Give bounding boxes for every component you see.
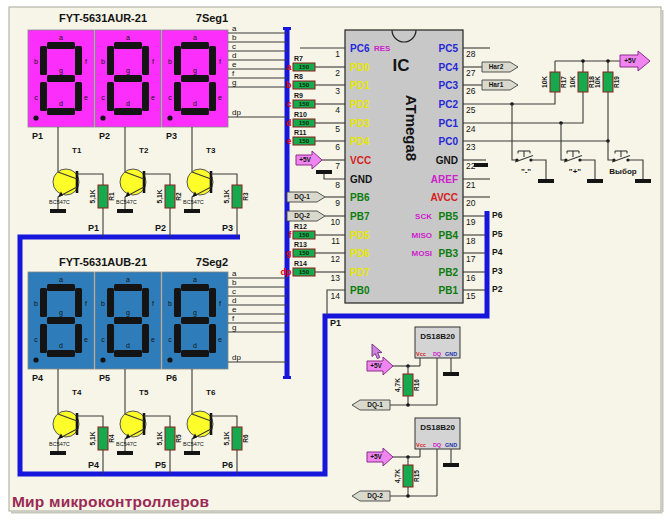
resistor-value: 5,1K <box>89 189 97 203</box>
pin-number: 16 <box>466 273 476 283</box>
sensor-pin-label: Vcc <box>416 351 426 357</box>
ic-pin-label: PC0 <box>439 136 459 147</box>
digit-segment <box>75 324 82 353</box>
bus-net-label: P2 <box>155 223 166 233</box>
digit-segment-label: c <box>101 336 105 343</box>
segment-letter: c <box>286 99 291 109</box>
net-tag-label: DQ-1 <box>294 193 310 201</box>
digit-segment <box>107 46 114 75</box>
net-tag-label: DQ-1 <box>367 401 383 409</box>
segment-line-label: e <box>232 60 237 69</box>
transistor-body <box>120 411 146 437</box>
ic-ref: IC <box>393 56 410 75</box>
resistor-ref: R8 <box>294 73 303 80</box>
digit-segment-label: f <box>85 300 87 307</box>
bus-net-label: P4 <box>88 460 99 470</box>
resistor-ref: R9 <box>294 92 303 99</box>
digit-segment-label: e <box>84 336 88 343</box>
digit-segment-label: d <box>193 342 197 349</box>
net-tag-label: DQ-2 <box>367 492 383 500</box>
bus-net-label: P5 <box>155 460 166 470</box>
ic-spi-label: MISO <box>412 231 432 240</box>
resistor <box>550 72 560 92</box>
segment-letter: e <box>286 136 291 146</box>
pin-number: 7 <box>335 161 340 171</box>
ic-pin-label: PC3 <box>439 80 459 91</box>
transistor-type: BC547C <box>116 441 137 447</box>
digit-common-pin-label: P3 <box>166 131 177 141</box>
sensor-part-number: DS18B20 <box>420 423 455 432</box>
resistor-value: 150 <box>299 81 310 88</box>
ground-symbol <box>117 451 133 455</box>
pin-number: 17 <box>466 254 476 264</box>
ground-symbol <box>184 209 200 213</box>
pin-number: 5 <box>335 124 340 134</box>
digit-segment-label: c <box>34 94 38 101</box>
ground-symbol <box>443 372 459 376</box>
schematic-canvas: P1FYT-5631AUR-217Seg1abfgcedP1abfgcedP2a… <box>0 0 670 523</box>
digit-dp-segment <box>100 115 105 120</box>
power-label: +5V <box>299 156 311 163</box>
pin-number: 20 <box>466 198 476 208</box>
bus-net-label: P2 <box>492 284 503 294</box>
digit-segment <box>47 75 75 82</box>
digit-segment <box>40 82 47 111</box>
pin-number: 15 <box>466 291 476 301</box>
digit-segment <box>40 46 47 75</box>
digit-segment-label: d <box>126 342 130 349</box>
digit-segment <box>47 317 75 324</box>
ground-symbol <box>316 170 332 174</box>
transistor-ref: T6 <box>206 388 216 397</box>
digit-segment <box>181 284 209 291</box>
resistor-value: 10K <box>569 76 576 88</box>
digit-segment <box>209 324 216 353</box>
digit-segment-label: e <box>151 94 155 101</box>
ic-pin-label: AVCC <box>430 192 458 203</box>
ic-pin-label: PC4 <box>439 62 459 73</box>
transistor-ref: T3 <box>206 146 216 155</box>
digit-segment <box>181 75 209 82</box>
pin-number: 9 <box>335 198 340 208</box>
digit-segment-label: g <box>193 67 197 75</box>
resistor-value: 150 <box>299 249 310 256</box>
digit-common-pin-label: P2 <box>99 131 110 141</box>
display-part-number: FYT-5631AUR-21 <box>59 12 147 24</box>
segment-line-label: b <box>232 33 237 42</box>
digit-segment-label: b <box>101 58 105 65</box>
digit-segment-label: b <box>168 58 172 65</box>
bus-net-label: P5 <box>492 229 503 239</box>
ic-pin-label: PD1 <box>350 80 370 91</box>
ground-symbol <box>587 179 603 183</box>
digit-segment-label: c <box>168 94 172 101</box>
power-label: +5V <box>624 57 636 64</box>
ic-pin-label: PB6 <box>350 192 370 203</box>
digit-segment <box>107 82 114 111</box>
digit-common-pin-label: P5 <box>99 373 110 383</box>
net-tag-label: Наг2 <box>489 63 504 70</box>
resistor-ref: R6 <box>242 434 249 443</box>
digit-segment <box>75 46 82 75</box>
ground-symbol <box>50 209 66 213</box>
ic-pin-label: PB7 <box>350 211 370 222</box>
digit-segment <box>114 350 142 357</box>
digit-segment <box>114 284 142 291</box>
digit-segment-label: g <box>59 309 63 317</box>
pin-number: 6 <box>335 142 340 152</box>
resistor-ref: R2 <box>175 192 182 201</box>
resistor <box>603 72 613 92</box>
digit-segment <box>47 350 75 357</box>
resistor <box>403 374 413 396</box>
junction-dot <box>581 59 585 63</box>
transistor-type: BC547C <box>116 199 137 205</box>
ic-pin-label: PC5 <box>439 43 459 54</box>
transistor-body <box>187 169 213 195</box>
ic-pin-label: PB2 <box>439 267 459 278</box>
segment-line-label: a <box>232 24 237 33</box>
pin-number: 12 <box>331 254 341 264</box>
digit-segment-label: f <box>152 300 154 307</box>
resistor-value: 4,7K <box>394 469 402 483</box>
pin-number: 19 <box>466 217 476 227</box>
segment-letter: dp <box>281 267 292 277</box>
resistor-ref: R13 <box>294 241 307 248</box>
transistor-type: BC547C <box>49 441 70 447</box>
